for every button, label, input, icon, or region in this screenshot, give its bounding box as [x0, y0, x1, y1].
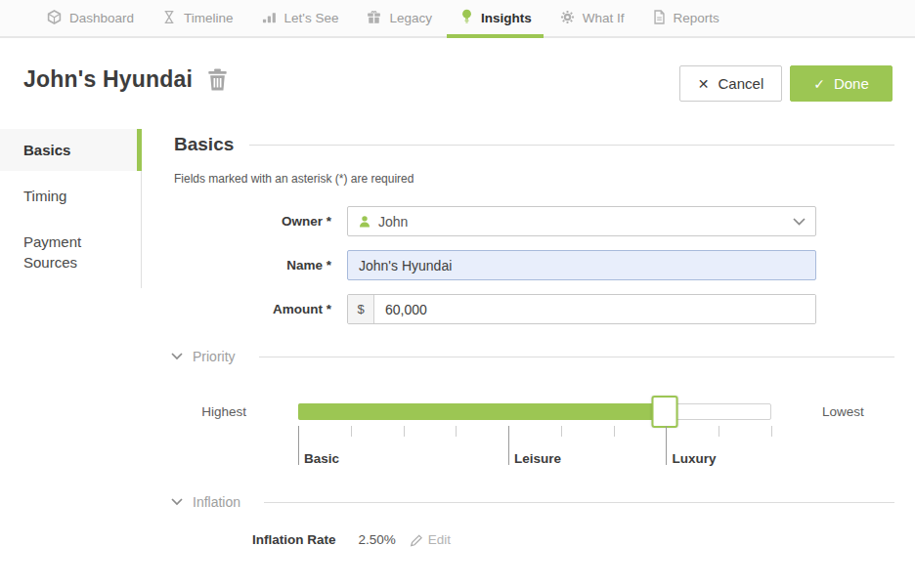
inflation-section-header[interactable]: Inflation [171, 494, 894, 510]
nav-tab-timeline[interactable]: Timeline [162, 0, 234, 36]
nav-tab-legacy[interactable]: Legacy [367, 0, 432, 36]
priority-slider-fill [298, 403, 653, 420]
done-button-label: Done [834, 75, 869, 92]
top-nav: Dashboard Timeline Let's See Legacy Insi… [0, 0, 915, 38]
sidebar-item-label: Timing [23, 188, 66, 204]
person-icon [358, 215, 371, 229]
owner-select[interactable]: John [347, 206, 816, 236]
tick-mark [771, 426, 772, 437]
chevron-down-icon [171, 353, 183, 360]
cancel-button[interactable]: ✕ Cancel [679, 65, 782, 102]
name-row: Name * [174, 250, 894, 280]
nav-tab-label: Reports [674, 11, 719, 25]
nav-tab-reports[interactable]: Reports [653, 0, 719, 36]
nav-tab-label: Legacy [389, 11, 432, 25]
tick-mark [404, 426, 405, 437]
tick-label-leisure: Leisure [514, 451, 561, 466]
sidebar-item-label: Basics [23, 142, 70, 158]
nav-tab-lets-see[interactable]: Let's See [262, 0, 339, 36]
nav-tab-what-if[interactable]: What If [560, 0, 625, 36]
priority-divider-line [259, 357, 894, 357]
page-title: John's Hyundai [23, 66, 193, 93]
bar-chart-icon [262, 10, 277, 27]
tick-mark [561, 426, 562, 437]
section-divider-line [249, 145, 894, 146]
amount-input[interactable] [374, 295, 815, 323]
owner-row: Owner * John [174, 206, 894, 236]
nav-tab-label: What If [583, 11, 625, 25]
section-title: Basics [174, 134, 234, 155]
tick-label-basic: Basic [304, 451, 339, 466]
chevron-down-icon [793, 218, 806, 226]
amount-label: Amount * [174, 302, 347, 316]
inflation-edit-label: Edit [428, 532, 451, 547]
inflation-section-label: Inflation [193, 494, 240, 510]
priority-section-label: Priority [193, 349, 236, 364]
nav-tab-label: Insights [481, 11, 532, 25]
tick-label-luxury: Luxury [672, 451, 716, 466]
hourglass-icon [162, 10, 176, 27]
done-button[interactable]: ✓ Done [790, 65, 893, 102]
gear-icon [560, 10, 575, 27]
nav-tab-label: Dashboard [69, 11, 134, 25]
name-input[interactable] [347, 250, 816, 280]
amount-row: Amount * $ [174, 294, 894, 324]
inflation-rate-value: 2.50% [359, 532, 396, 547]
document-icon [653, 10, 666, 27]
inflation-edit-link[interactable]: Edit [410, 532, 451, 547]
sidebar-item-payment-sources[interactable]: Payment Sources [0, 221, 142, 283]
main-content: Basics Fields marked with an asterisk (*… [174, 129, 894, 547]
required-note: Fields marked with an asterisk (*) are r… [174, 172, 894, 186]
inflation-rate-label: Inflation Rate [252, 532, 336, 547]
tick-mark [614, 426, 615, 437]
sidebar-item-basics[interactable]: Basics [0, 129, 142, 171]
tick-mark [298, 426, 299, 465]
inflation-divider-line [264, 502, 894, 503]
tick-mark [719, 426, 719, 437]
lightbulb-icon [460, 9, 473, 27]
sidebar-item-timing[interactable]: Timing [0, 175, 142, 217]
nav-tab-label: Let's See [284, 11, 339, 25]
priority-section-header[interactable]: Priority [171, 349, 894, 364]
priority-slider-track[interactable] [298, 403, 771, 420]
tick-mark [456, 426, 457, 437]
sidebar-item-label: Payment Sources [23, 233, 81, 271]
tick-mark [508, 426, 509, 465]
trash-icon[interactable] [207, 68, 228, 91]
chevron-down-icon [171, 498, 183, 506]
gift-icon [367, 10, 381, 27]
dashboard-cube-icon [47, 10, 62, 27]
tick-mark [351, 426, 352, 437]
inflation-rate-row: Inflation Rate 2.50% Edit [252, 532, 894, 547]
nav-tab-label: Timeline [184, 11, 234, 25]
priority-lowest-label: Lowest [822, 404, 864, 419]
owner-selected-value: John [378, 214, 408, 230]
priority-highest-label: Highest [174, 404, 246, 419]
cancel-button-label: Cancel [719, 75, 764, 92]
sidebar: Basics Timing Payment Sources [0, 129, 142, 283]
priority-slider-block: Highest Lowest Basic Leisure Luxury [174, 403, 894, 473]
priority-slider-handle[interactable] [651, 396, 677, 428]
check-icon: ✓ [813, 76, 825, 92]
pencil-icon [410, 533, 423, 547]
tick-mark [666, 426, 667, 465]
page-header: John's Hyundai ✕ Cancel ✓ Done [0, 55, 915, 109]
nav-tab-dashboard[interactable]: Dashboard [47, 0, 134, 36]
basics-form: Owner * John Name * Amount * $ [174, 206, 894, 324]
owner-label: Owner * [174, 214, 347, 229]
currency-prefix: $ [348, 295, 374, 323]
priority-ticks: Basic Leisure Luxury [298, 426, 771, 473]
x-icon: ✕ [698, 76, 710, 92]
nav-tab-insights[interactable]: Insights [460, 0, 532, 36]
name-label: Name * [174, 258, 347, 273]
